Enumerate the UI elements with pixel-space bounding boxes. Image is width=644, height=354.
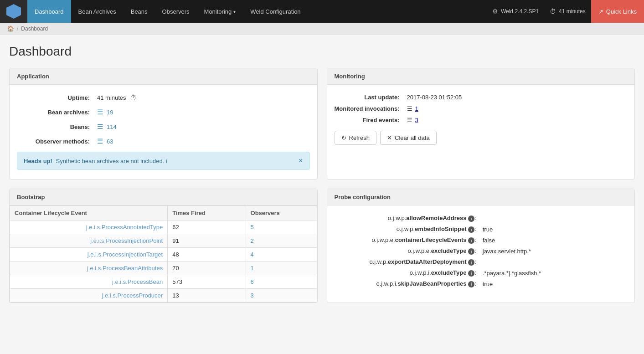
home-link[interactable]: 🏠	[7, 26, 14, 32]
times-cell: 48	[168, 248, 246, 262]
event-cell: j.e.i.s.ProcessBeanAttributes	[10, 262, 168, 275]
times-cell: 91	[168, 234, 246, 248]
top-cards-row: Application Uptime: 41 minutes ⏱ Bean ar…	[9, 68, 635, 180]
version-label: Weld 2.4.2.SP1	[501, 8, 539, 15]
chevron-down-icon: ▾	[233, 9, 236, 14]
nav-items: Dashboard Bean Archives Beans Observers …	[27, 0, 487, 23]
close-alert-button[interactable]: ×	[299, 157, 303, 165]
table-row: j.e.i.s.ProcessInjectionPoint 91 2	[10, 234, 317, 248]
last-update-value: 2017-08-23 01:52:05	[407, 94, 628, 101]
navbar-brand	[0, 0, 27, 23]
uptime-info: ⏱ 41 minutes	[544, 8, 591, 15]
uptime-row: Uptime: 41 minutes ⏱	[17, 94, 310, 102]
observers-cell: 1	[246, 262, 317, 275]
col-header-observers: Observers	[246, 206, 317, 221]
bootstrap-card: Bootstrap Container Lifecycle Event Time…	[9, 189, 318, 303]
probe-grid: o.j.w.p.allowRemoteAddress i:o.j.w.p.emb…	[335, 215, 628, 287]
application-card: Application Uptime: 41 minutes ⏱ Bean ar…	[9, 68, 318, 180]
times-cell: 573	[168, 275, 246, 289]
info-icon[interactable]: i	[468, 259, 474, 266]
list-icon-observers: ☰	[97, 137, 103, 145]
probe-key: o.j.w.p.e.containerLifecycleEvents i:	[335, 236, 481, 244]
nav-item-monitoring[interactable]: Monitoring ▾	[197, 0, 243, 23]
uptime-label: Uptime:	[17, 94, 90, 101]
navbar-right: ⚙ Weld 2.4.2.SP1 ⏱ 41 minutes ↗ Quick Li…	[487, 0, 644, 23]
monitoring-card-header: Monitoring	[327, 68, 635, 85]
bootstrap-card-body: Container Lifecycle Event Times Fired Ob…	[10, 205, 317, 303]
clock-icon: ⏱	[550, 8, 556, 15]
observer-methods-link[interactable]: 63	[107, 138, 113, 145]
probe-card-body: o.j.w.p.allowRemoteAddress i:o.j.w.p.emb…	[327, 205, 635, 297]
table-row: j.e.i.s.ProcessBean 573 6	[10, 275, 317, 289]
gear-icon: ⚙	[492, 8, 498, 15]
external-link-icon: ↗	[598, 8, 603, 15]
nav-item-dashboard[interactable]: Dashboard	[27, 0, 71, 23]
list-icon-events: ☰	[407, 117, 412, 123]
probe-key: o.j.w.p.exportDataAfterDeployment i:	[335, 258, 481, 266]
probe-key: o.j.w.p.embedInfoSnippet i:	[335, 226, 481, 233]
refresh-button[interactable]: ↻ Refresh	[335, 131, 377, 145]
beans-row: Beans: ☰ 114	[17, 123, 310, 131]
beans-value: ☰ 114	[97, 123, 117, 131]
bean-archives-link[interactable]: 19	[107, 109, 113, 116]
navbar: Dashboard Bean Archives Beans Observers …	[0, 0, 644, 23]
fired-events-label: Fired events:	[335, 117, 400, 123]
fired-events-value: ☰ 3	[407, 117, 628, 123]
monitored-invocations-value: ☰ 1	[407, 105, 628, 112]
beans-link[interactable]: 114	[107, 123, 117, 130]
alert-info: Heads up! Synthetic bean archives are no…	[17, 152, 310, 170]
list-icon-bean-archives: ☰	[97, 108, 103, 116]
breadcrumb: 🏠 / Dashboard	[0, 23, 644, 35]
table-header-row: Container Lifecycle Event Times Fired Ob…	[10, 206, 317, 221]
info-icon[interactable]: i	[468, 248, 474, 255]
bootstrap-card-header: Bootstrap	[10, 189, 317, 205]
breadcrumb-current: Dashboard	[21, 26, 48, 32]
col-header-event: Container Lifecycle Event	[10, 206, 168, 221]
monitored-invocations-label: Monitored invocations:	[335, 105, 400, 112]
info-icon[interactable]: i	[468, 270, 474, 277]
info-icon[interactable]: i	[468, 237, 474, 244]
monitoring-card: Monitoring Last update: 2017-08-23 01:52…	[327, 68, 635, 180]
nav-item-bean-archives[interactable]: Bean Archives	[71, 0, 124, 23]
invocations-link[interactable]: 1	[415, 105, 418, 112]
event-cell: j.e.i.s.ProcessInjectionPoint	[10, 234, 168, 248]
probe-value: javax.servlet.http.*	[481, 248, 627, 255]
info-icon[interactable]: i	[468, 226, 474, 233]
fired-events-link[interactable]: 3	[415, 117, 418, 123]
col-header-times: Times Fired	[168, 206, 246, 221]
main-content: Dashboard Application Uptime: 41 minutes…	[0, 35, 644, 321]
bean-archives-label: Bean archives:	[17, 109, 90, 116]
info-icon[interactable]: i	[166, 158, 167, 164]
times-cell: 70	[168, 262, 246, 275]
probe-value: true	[481, 226, 627, 233]
quick-links-button[interactable]: ↗ Quick Links	[591, 0, 644, 23]
event-cell: j.e.i.s.ProcessProducer	[10, 289, 168, 303]
times-cell: 13	[168, 289, 246, 303]
info-icon[interactable]: i	[468, 215, 474, 222]
clear-all-data-button[interactable]: ✕ Clear all data	[380, 131, 437, 145]
application-card-header: Application	[10, 68, 317, 85]
nav-item-weld-config[interactable]: Weld Configuration	[243, 0, 308, 23]
observers-cell: 4	[246, 248, 317, 262]
breadcrumb-separator: /	[17, 26, 18, 32]
bean-archives-value: ☰ 19	[97, 108, 113, 116]
beans-label: Beans:	[17, 123, 90, 130]
probe-key: o.j.w.p.i.skipJavaBeanProperties i:	[335, 280, 481, 287]
page-title: Dashboard	[9, 44, 635, 59]
info-icon[interactable]: i	[468, 281, 474, 287]
clock-sm-icon: ⏱	[130, 94, 137, 102]
monitoring-btn-group: ↻ Refresh ✕ Clear all data	[335, 131, 628, 145]
probe-value: .*payara.*|.*glassfish.*	[481, 270, 627, 277]
observer-methods-label: Observer methods:	[17, 138, 90, 145]
nav-item-observers[interactable]: Observers	[155, 0, 197, 23]
observers-cell: 6	[246, 275, 317, 289]
nav-item-beans[interactable]: Beans	[124, 0, 155, 23]
bottom-cards-row: Bootstrap Container Lifecycle Event Time…	[9, 189, 635, 303]
table-row: j.e.i.s.ProcessInjectionTarget 48 4	[10, 248, 317, 262]
probe-value: false	[481, 237, 627, 244]
alert-text: Heads up! Synthetic bean archives are no…	[24, 158, 167, 164]
refresh-icon: ↻	[341, 134, 346, 141]
observer-methods-row: Observer methods: ☰ 63	[17, 137, 310, 145]
probe-card-header: Probe configuration	[327, 189, 635, 205]
list-icon-invocations: ☰	[407, 105, 412, 112]
